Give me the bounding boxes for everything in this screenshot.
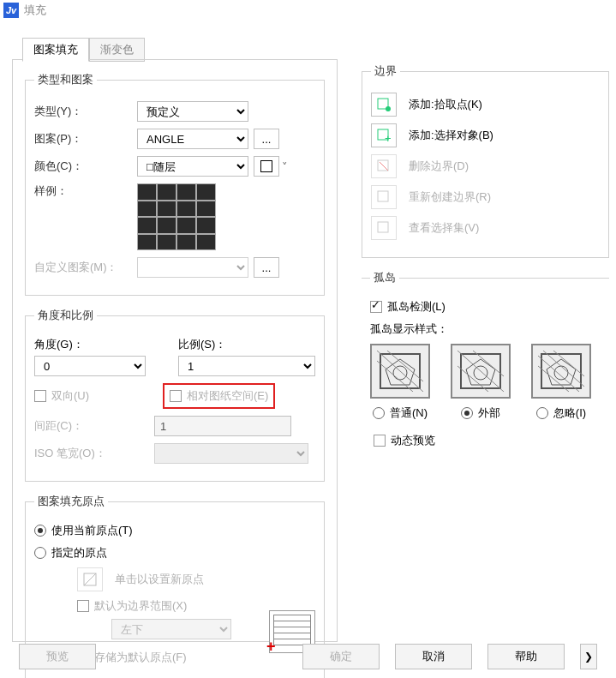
angle-label: 角度(G)： xyxy=(34,337,158,352)
color-swatch-button[interactable] xyxy=(254,156,279,177)
group-type-pattern: 类型和图案 类型(Y)： 预定义 图案(P)： ANGLE ... 颜色(C)：… xyxy=(25,72,325,296)
svg-marker-13 xyxy=(466,359,495,385)
app-icon: Jv xyxy=(3,3,19,18)
legend: 角度和比例 xyxy=(34,308,97,323)
chevron-down-icon[interactable]: ˅ xyxy=(279,160,290,173)
view-selection-label: 查看选择集(V) xyxy=(409,220,479,236)
custom-label: 自定义图案(M)： xyxy=(34,260,137,275)
recreate-boundary-button xyxy=(371,185,397,209)
sample-label: 样例： xyxy=(34,183,137,199)
spacing-label: 间距(C)： xyxy=(34,418,154,434)
island-detect-checkbox[interactable] xyxy=(370,301,382,313)
legend: 边界 xyxy=(371,63,400,79)
add-pick-button[interactable] xyxy=(371,93,397,117)
island-ignore-radio[interactable] xyxy=(536,407,548,419)
biway-checkbox xyxy=(34,390,46,402)
delete-boundary-button xyxy=(371,154,397,178)
default-extent-label: 默认为边界范围(X) xyxy=(94,598,187,614)
biway-label: 双向(U) xyxy=(51,388,89,404)
island-normal-label: 普通(N) xyxy=(390,405,428,421)
origin-current-radio[interactable] xyxy=(34,525,46,537)
pattern-browse-button[interactable]: ... xyxy=(254,129,279,149)
island-normal-radio[interactable] xyxy=(373,407,385,419)
svg-marker-16 xyxy=(547,359,576,385)
island-detect-label: 孤岛检测(L) xyxy=(387,299,446,315)
pattern-label: 图案(P)： xyxy=(34,131,137,147)
legend: 类型和图案 xyxy=(34,72,97,87)
scale-select[interactable]: 1 xyxy=(178,356,315,376)
expand-button[interactable]: ❯ xyxy=(580,644,597,669)
add-select-button[interactable]: + xyxy=(371,123,397,147)
svg-rect-7 xyxy=(378,191,388,201)
default-extent-checkbox xyxy=(77,600,89,612)
dynamic-preview-label: 动态预览 xyxy=(391,433,435,448)
relative-highlight: 相对图纸空间(E) xyxy=(163,383,275,409)
window-title: 填充 xyxy=(24,3,46,18)
direction-select: 左下 xyxy=(111,619,231,639)
tab-hatch[interactable]: 图案填充 xyxy=(22,38,89,62)
origin-specify-radio[interactable] xyxy=(34,547,46,559)
type-label: 类型(Y)： xyxy=(34,104,137,119)
scale-label: 比例(S)： xyxy=(178,337,315,352)
island-ignore-label: 忽略(I) xyxy=(553,405,586,421)
group-island: 孤岛 孤岛检测(L) 孤岛显示样式： 普通(N) 外部 忽略(I) xyxy=(362,270,609,424)
svg-line-6 xyxy=(380,162,388,171)
add-pick-label: 添加:拾取点(K) xyxy=(409,97,482,112)
island-style-label: 孤岛显示样式： xyxy=(370,321,601,337)
island-normal-preview[interactable] xyxy=(370,344,430,399)
relative-checkbox xyxy=(170,390,182,402)
delete-boundary-label: 删除边界(D) xyxy=(409,159,469,174)
preview-button: 预览 xyxy=(19,644,96,669)
pattern-select[interactable]: ANGLE xyxy=(137,129,248,149)
legend: 图案填充原点 xyxy=(34,494,108,509)
iso-select xyxy=(154,443,308,464)
angle-select[interactable]: 0 xyxy=(34,356,146,376)
color-select[interactable]: □随层 xyxy=(137,156,248,177)
svg-point-17 xyxy=(554,366,568,380)
view-selection-button xyxy=(371,216,397,240)
origin-current-label: 使用当前原点(T) xyxy=(51,523,133,538)
help-button[interactable]: 帮助 xyxy=(487,644,565,669)
relative-label: 相对图纸空间(E) xyxy=(187,388,268,404)
color-label: 颜色(C)： xyxy=(34,159,137,174)
custom-select xyxy=(137,257,248,278)
svg-point-2 xyxy=(386,106,391,111)
legend: 孤岛 xyxy=(370,270,399,285)
type-select[interactable]: 预定义 xyxy=(137,101,248,122)
add-select-label: 添加:选择对象(B) xyxy=(409,128,493,143)
set-origin-label: 单击以设置新原点 xyxy=(115,572,204,587)
ok-button: 确定 xyxy=(302,644,380,669)
svg-rect-8 xyxy=(378,222,388,232)
island-ignore-preview[interactable] xyxy=(531,344,591,399)
tab-gradient[interactable]: 渐变色 xyxy=(89,38,145,62)
origin-specify-label: 指定的原点 xyxy=(51,545,107,561)
iso-label: ISO 笔宽(O)： xyxy=(34,446,154,461)
custom-browse-button[interactable]: ... xyxy=(254,257,279,278)
island-outer-radio[interactable] xyxy=(461,407,473,419)
spacing-input xyxy=(154,416,291,436)
svg-text:+: + xyxy=(385,132,392,143)
recreate-boundary-label: 重新创建边界(R) xyxy=(409,189,491,205)
set-origin-button xyxy=(77,567,103,591)
svg-point-11 xyxy=(393,366,407,380)
island-outer-label: 外部 xyxy=(478,405,500,421)
group-boundary: 边界 添加:拾取点(K) +添加:选择对象(B) 删除边界(D) 重新创建边界(… xyxy=(362,63,609,258)
sample-preview[interactable] xyxy=(137,183,216,250)
cancel-button[interactable]: 取消 xyxy=(395,644,472,669)
island-outer-preview[interactable] xyxy=(451,344,511,399)
dynamic-preview-checkbox[interactable] xyxy=(374,435,386,447)
group-angle-scale: 角度和比例 角度(G)： 0 比例(S)： 1 双向(U) 相对图纸 xyxy=(25,308,325,482)
